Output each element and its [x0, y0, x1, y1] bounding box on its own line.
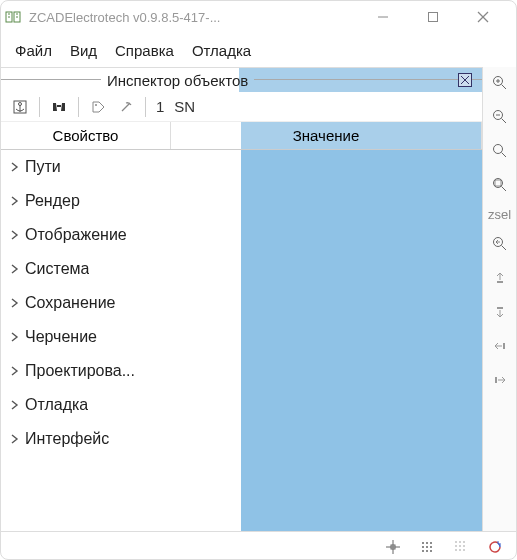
- menu-help[interactable]: Справка: [115, 42, 174, 59]
- titlebar: ZCADElectrotech v0.9.8.5-417-...: [1, 1, 516, 33]
- tree-row-paths[interactable]: Пути: [1, 150, 171, 184]
- chevron-right-icon: [9, 298, 21, 308]
- menu-view[interactable]: Вид: [70, 42, 97, 59]
- svg-point-33: [422, 542, 424, 544]
- inspector-close-icon[interactable]: [458, 73, 472, 87]
- svg-point-40: [426, 550, 428, 552]
- svg-point-47: [463, 545, 465, 547]
- object-inspector-panel: Инспектор объектов 1 SN Свойство Значени…: [1, 67, 482, 531]
- svg-rect-8: [14, 101, 26, 113]
- tree-row-render[interactable]: Рендер: [1, 184, 171, 218]
- svg-point-38: [430, 546, 432, 548]
- view-top-icon[interactable]: [486, 266, 514, 290]
- chevron-right-icon: [9, 434, 21, 444]
- refresh-icon[interactable]: [484, 536, 506, 558]
- svg-line-6: [461, 76, 469, 84]
- zoom-all-icon[interactable]: [486, 173, 514, 197]
- svg-line-25: [501, 246, 506, 251]
- tree-row-debug[interactable]: Отладка: [1, 388, 171, 422]
- grid-snap-icon[interactable]: [416, 536, 438, 558]
- grid-dots-icon[interactable]: [450, 536, 472, 558]
- svg-point-16: [493, 111, 502, 120]
- svg-line-20: [501, 153, 506, 158]
- svg-point-12: [493, 77, 502, 86]
- svg-point-36: [422, 546, 424, 548]
- inspector-toolbar: 1 SN: [1, 92, 482, 122]
- chevron-right-icon: [9, 230, 21, 240]
- inspector-title: Инспектор объектов: [101, 72, 254, 89]
- zoom-in-icon[interactable]: [486, 71, 514, 95]
- svg-point-46: [459, 545, 461, 547]
- svg-point-43: [459, 541, 461, 543]
- svg-point-11: [95, 104, 97, 106]
- view-bottom-icon[interactable]: [486, 300, 514, 324]
- right-toolbar: zsel: [482, 67, 516, 531]
- view-left-icon[interactable]: [486, 334, 514, 358]
- chevron-right-icon: [9, 264, 21, 274]
- svg-point-42: [455, 541, 457, 543]
- column-header-property[interactable]: Свойство: [1, 122, 171, 149]
- svg-line-4: [478, 12, 488, 22]
- svg-rect-29: [495, 377, 497, 383]
- tree-row-drafting[interactable]: Черчение: [1, 320, 171, 354]
- zoom-fit-icon[interactable]: [486, 139, 514, 163]
- crosshair-icon[interactable]: [382, 536, 404, 558]
- tree-row-design[interactable]: Проектирова...: [1, 354, 171, 388]
- svg-rect-27: [497, 307, 503, 309]
- zsel-label[interactable]: zsel: [488, 207, 511, 222]
- svg-rect-32: [391, 545, 395, 549]
- maximize-button[interactable]: [418, 2, 448, 32]
- svg-rect-28: [503, 343, 505, 349]
- svg-point-24: [493, 238, 502, 247]
- svg-point-48: [455, 549, 457, 551]
- minimize-button[interactable]: [368, 2, 398, 32]
- svg-point-41: [430, 550, 432, 552]
- svg-point-45: [455, 545, 457, 547]
- svg-line-7: [461, 76, 469, 84]
- statusbar: [1, 531, 516, 560]
- tree-row-interface[interactable]: Интерфейс: [1, 422, 171, 456]
- svg-line-22: [501, 187, 506, 192]
- svg-rect-26: [497, 281, 503, 283]
- grid-header: Свойство Значение: [1, 122, 482, 150]
- chevron-right-icon: [9, 366, 21, 376]
- pickaxe-icon[interactable]: [115, 96, 137, 118]
- svg-line-13: [501, 85, 506, 90]
- zoom-previous-icon[interactable]: [486, 232, 514, 256]
- svg-point-49: [459, 549, 461, 551]
- zoom-out-icon[interactable]: [486, 105, 514, 129]
- value-column-selection: [241, 150, 482, 531]
- svg-point-50: [463, 549, 465, 551]
- menu-debug[interactable]: Отладка: [192, 42, 251, 59]
- chevron-right-icon: [9, 400, 21, 410]
- menubar: Файл Вид Справка Отладка: [1, 33, 516, 67]
- svg-rect-3: [429, 13, 438, 22]
- tag-icon[interactable]: [87, 96, 109, 118]
- anchor-icon[interactable]: [9, 96, 31, 118]
- tree-row-system[interactable]: Система: [1, 252, 171, 286]
- binoculars-icon[interactable]: [48, 96, 70, 118]
- svg-point-37: [426, 546, 428, 548]
- property-tree: Пути Рендер Отображение Система Сохранен…: [1, 150, 171, 456]
- tree-row-save[interactable]: Сохранение: [1, 286, 171, 320]
- toolbar-sn[interactable]: SN: [172, 98, 197, 115]
- view-right-icon[interactable]: [486, 368, 514, 392]
- svg-point-39: [422, 550, 424, 552]
- tree-row-display[interactable]: Отображение: [1, 218, 171, 252]
- svg-point-44: [463, 541, 465, 543]
- toolbar-number[interactable]: 1: [154, 98, 166, 115]
- column-header-value[interactable]: Значение: [171, 122, 482, 149]
- svg-line-5: [478, 12, 488, 22]
- app-icon: [5, 9, 23, 25]
- menu-file[interactable]: Файл: [15, 42, 52, 59]
- svg-line-17: [501, 119, 506, 124]
- svg-point-19: [493, 145, 502, 154]
- svg-rect-23: [495, 180, 501, 186]
- svg-point-21: [493, 179, 502, 188]
- chevron-right-icon: [9, 162, 21, 172]
- property-grid: Свойство Значение Пути Рендер Отображени…: [1, 122, 482, 531]
- close-button[interactable]: [468, 2, 498, 32]
- chevron-right-icon: [9, 196, 21, 206]
- svg-point-34: [426, 542, 428, 544]
- svg-rect-1: [14, 12, 20, 22]
